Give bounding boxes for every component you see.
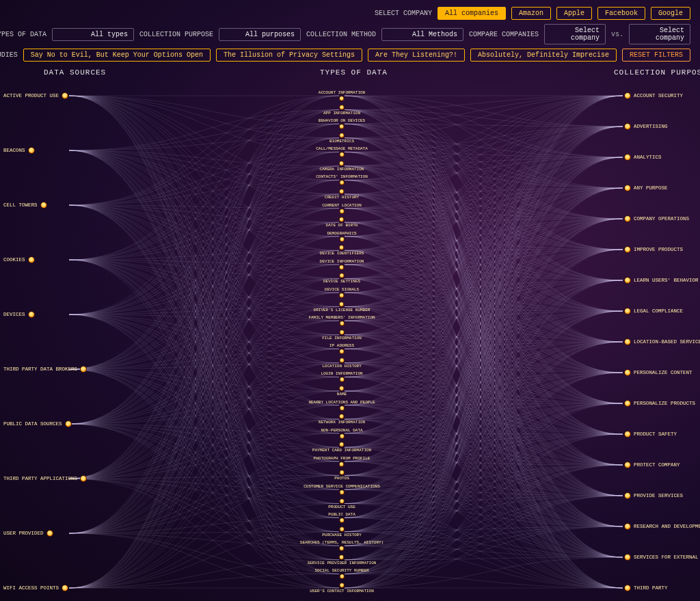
node-type-17[interactable]: FILE INFORMATION [322, 330, 362, 340]
node-dot-icon [339, 470, 345, 475]
node-dot-icon [624, 492, 631, 499]
node-type-27[interactable]: PHOTOS [334, 470, 349, 481]
node-dot-icon [624, 154, 631, 161]
node-type-12[interactable]: DEVICE INFORMATION [320, 259, 364, 270]
node-type-26[interactable]: PHOTOGRAPH FROM PROFILE [314, 456, 371, 467]
node-type-15[interactable]: DRIVER'S LICENSE NUMBER [314, 302, 371, 312]
node-purpose-16[interactable]: THIRD PARTY [624, 585, 668, 591]
node-purpose-13[interactable]: PROVIDE SERVICES [624, 492, 683, 499]
node-purpose-0[interactable]: ACCOUNT SECURITY [624, 92, 683, 99]
node-purpose-12[interactable]: PROTECT COMPANY [624, 462, 680, 468]
node-dot-icon [339, 293, 345, 298]
node-source-2[interactable]: CELL TOWERS [3, 202, 72, 209]
case-study-1-button[interactable]: Say No to Evil, But Keep Your Options Op… [23, 49, 211, 62]
node-dot-icon [624, 585, 631, 591]
company-amazon-button[interactable]: Amazon [511, 7, 551, 20]
node-purpose-2[interactable]: ANALYTICS [624, 154, 662, 161]
vs-label: vs. [611, 31, 623, 38]
compare-a-dropdown[interactable]: Select company [544, 24, 606, 44]
node-purpose-7[interactable]: LEGAL COMPLIANCE [624, 308, 683, 315]
case-study-3-button[interactable]: Are They Listening?! [368, 49, 465, 62]
node-type-7[interactable]: CREDIT HISTORY [325, 189, 359, 200]
node-label: APP INFORMATION [323, 111, 360, 116]
node-label: CALL/MESSAGE METADATA [316, 146, 368, 151]
node-type-3[interactable]: BIOMETRICS [329, 133, 354, 144]
node-type-35[interactable]: USER'S CONTACT INFORMATION [310, 583, 374, 593]
node-type-19[interactable]: LOCATION HISTORY [322, 358, 362, 369]
node-type-18[interactable]: IP ADDRESS [329, 343, 354, 354]
node-source-1[interactable]: BEACONS [3, 147, 72, 154]
node-purpose-3[interactable]: ANY PURPOSE [624, 185, 668, 191]
node-purpose-15[interactable]: SERVICES FOR EXTERNAL BUSINESSES [624, 554, 700, 561]
node-type-1[interactable]: APP INFORMATION [323, 105, 360, 116]
node-purpose-9[interactable]: PERSONALIZE CONTENT [624, 369, 692, 376]
purpose-dropdown[interactable]: All purposes [219, 28, 301, 41]
node-label: LOGIN INFORMATION [321, 371, 362, 376]
node-source-0[interactable]: ACTIVE PRODUCT USE [3, 92, 72, 99]
node-source-7[interactable]: THIRD PARTY APPLICATIONS [3, 475, 72, 482]
company-all-button[interactable]: All companies [438, 7, 506, 20]
node-label: USER PROVIDED [3, 531, 44, 536]
node-source-9[interactable]: WIFI ACCESS POINTS [3, 585, 72, 591]
node-purpose-10[interactable]: PERSONALIZE PRODUCTS [624, 400, 695, 407]
node-type-13[interactable]: DEVICE SETTINGS [323, 273, 360, 284]
method-dropdown[interactable]: All Methods [381, 28, 463, 41]
node-label: CAMERA INFORMATION [320, 167, 364, 172]
case-study-4-button[interactable]: Absolutely, Definitely Imprecise [470, 49, 617, 62]
node-type-32[interactable]: SEARCHES (TERMS, RESULTS, HISTORY) [300, 540, 383, 551]
node-dot-icon [339, 386, 345, 391]
node-type-21[interactable]: NAME [337, 386, 347, 397]
node-type-5[interactable]: CAMERA INFORMATION [320, 161, 364, 172]
node-purpose-5[interactable]: IMPROVE PRODUCTS [624, 246, 683, 253]
node-purpose-14[interactable]: RESEARCH AND DEVELOPMENT [624, 523, 700, 530]
node-type-29[interactable]: PRODUCT USE [328, 498, 355, 509]
node-source-4[interactable]: DEVICES [3, 311, 72, 318]
compare-b-dropdown[interactable]: Select company [629, 24, 690, 44]
node-label: ACCOUNT SECURITY [634, 93, 683, 98]
compare-label: COMPARE COMPANIES [469, 31, 539, 38]
node-source-5[interactable]: THIRD PARTY DATA BROKERS [3, 366, 72, 373]
node-label: THIRD PARTY DATA BROKERS [3, 366, 77, 372]
node-label: DEVICE SIGNALS [325, 287, 359, 292]
node-type-2[interactable]: BEHAVIOR ON DEVICES [319, 118, 365, 129]
node-type-20[interactable]: LOGIN INFORMATION [321, 371, 362, 382]
node-purpose-8[interactable]: LOCATION-BASED SERVICES [624, 338, 700, 345]
node-type-11[interactable]: DEVICE IDENTIFIERS [320, 245, 364, 256]
node-type-8[interactable]: CURRENT LOCATION [322, 203, 362, 214]
node-dot-icon [339, 96, 345, 101]
company-apple-button[interactable]: Apple [556, 7, 592, 20]
node-type-9[interactable]: DATE OF BIRTH [326, 217, 358, 228]
node-label: ACTIVE PRODUCT USE [3, 93, 59, 98]
node-type-14[interactable]: DEVICE SIGNALS [325, 287, 359, 298]
case-study-2-button[interactable]: The Illusion of Privacy Settings [216, 49, 362, 62]
node-label: CREDIT HISTORY [325, 195, 359, 200]
node-type-28[interactable]: CUSTOMER SERVICE COMMUNICATIONS [304, 484, 380, 495]
company-google-button[interactable]: Google [651, 7, 690, 20]
node-type-30[interactable]: PUBLIC DATA [328, 512, 355, 523]
reset-filters-button[interactable]: RESET FILTERS [622, 49, 690, 62]
node-type-31[interactable]: PURCHASE HISTORY [322, 526, 362, 537]
node-type-23[interactable]: NETWORK INFORMATION [319, 414, 365, 425]
node-type-22[interactable]: NEARBY LOCATIONS AND PEOPLE [308, 400, 375, 411]
node-type-4[interactable]: CALL/MESSAGE METADATA [316, 146, 368, 157]
company-facebook-button[interactable]: Facebook [597, 7, 645, 20]
node-dot-icon [624, 400, 631, 407]
types-dropdown[interactable]: All types [52, 28, 134, 41]
node-type-16[interactable]: FAMILY MEMBERS' INFORMATION [308, 315, 375, 326]
node-type-25[interactable]: PAYMENT CARD INFORMATION [312, 442, 371, 453]
node-type-0[interactable]: ACCOUNT INFORMATION [319, 90, 365, 101]
node-label: COOKIES [3, 257, 25, 263]
node-purpose-4[interactable]: COMPANY OPERATIONS [624, 215, 689, 222]
node-purpose-11[interactable]: PRODUCT SAFETY [624, 431, 677, 438]
node-purpose-1[interactable]: ADVERTISING [624, 123, 668, 130]
node-type-10[interactable]: DEMOGRAPHICS [327, 231, 356, 242]
node-type-24[interactable]: NON-PERSONAL DATA [321, 428, 362, 439]
node-source-3[interactable]: COOKIES [3, 256, 72, 263]
node-source-8[interactable]: USER PROVIDED [3, 530, 72, 537]
node-type-6[interactable]: CONTACTS' INFORMATION [316, 174, 368, 185]
node-purpose-6[interactable]: LEARN USERS' BEHAVIOR [624, 277, 699, 284]
node-type-34[interactable]: SOCIAL SECURITY NUMBER [314, 568, 368, 579]
method-label: COLLECTION METHOD [306, 31, 376, 38]
node-source-6[interactable]: PUBLIC DATA SOURCES [3, 420, 72, 427]
node-type-33[interactable]: SERVICE PROVIDER INFORMATION [308, 555, 377, 565]
